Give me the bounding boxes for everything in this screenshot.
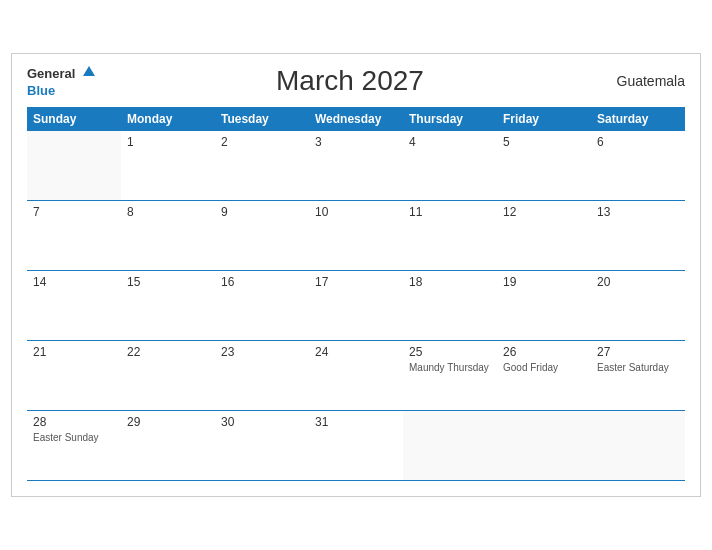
calendar-cell: 11 — [403, 201, 497, 271]
calendar-cell: 22 — [121, 341, 215, 411]
day-number: 10 — [315, 205, 397, 219]
day-number: 27 — [597, 345, 679, 359]
day-number: 2 — [221, 135, 303, 149]
calendar-table: SundayMondayTuesdayWednesdayThursdayFrid… — [27, 107, 685, 482]
calendar-cell: 10 — [309, 201, 403, 271]
event-label: Easter Sunday — [33, 431, 115, 444]
calendar-cell: 1 — [121, 131, 215, 201]
day-number: 17 — [315, 275, 397, 289]
calendar-cell: 13 — [591, 201, 685, 271]
calendar-cell: 24 — [309, 341, 403, 411]
day-number: 14 — [33, 275, 115, 289]
calendar-cell: 26Good Friday — [497, 341, 591, 411]
logo-line1: General — [27, 64, 95, 82]
day-number: 9 — [221, 205, 303, 219]
logo-blue-text: Blue — [27, 83, 55, 98]
logo-triangle-icon — [83, 66, 95, 76]
logo-general-text: General — [27, 66, 75, 81]
weekday-header-tuesday: Tuesday — [215, 107, 309, 131]
calendar-cell: 20 — [591, 271, 685, 341]
day-number: 13 — [597, 205, 679, 219]
weekday-header-monday: Monday — [121, 107, 215, 131]
day-number: 26 — [503, 345, 585, 359]
calendar-cell: 2 — [215, 131, 309, 201]
day-number: 8 — [127, 205, 209, 219]
weekday-header-row: SundayMondayTuesdayWednesdayThursdayFrid… — [27, 107, 685, 131]
calendar-cell: 16 — [215, 271, 309, 341]
day-number: 21 — [33, 345, 115, 359]
calendar-thead: SundayMondayTuesdayWednesdayThursdayFrid… — [27, 107, 685, 131]
calendar-title: March 2027 — [95, 65, 605, 97]
calendar-cell: 9 — [215, 201, 309, 271]
day-number: 25 — [409, 345, 491, 359]
day-number: 23 — [221, 345, 303, 359]
calendar-cell: 17 — [309, 271, 403, 341]
calendar-cell — [591, 411, 685, 481]
day-number: 7 — [33, 205, 115, 219]
calendar-cell: 23 — [215, 341, 309, 411]
day-number: 1 — [127, 135, 209, 149]
day-number: 5 — [503, 135, 585, 149]
calendar-cell — [27, 131, 121, 201]
weekday-header-wednesday: Wednesday — [309, 107, 403, 131]
day-number: 29 — [127, 415, 209, 429]
week-row-4: 2122232425Maundy Thursday26Good Friday27… — [27, 341, 685, 411]
calendar-cell: 31 — [309, 411, 403, 481]
day-number: 19 — [503, 275, 585, 289]
day-number: 31 — [315, 415, 397, 429]
calendar-cell — [403, 411, 497, 481]
day-number: 24 — [315, 345, 397, 359]
event-label: Maundy Thursday — [409, 361, 491, 374]
weekday-header-friday: Friday — [497, 107, 591, 131]
calendar-cell: 12 — [497, 201, 591, 271]
calendar-cell: 19 — [497, 271, 591, 341]
logo: General Blue — [27, 64, 95, 99]
day-number: 3 — [315, 135, 397, 149]
calendar-cell: 21 — [27, 341, 121, 411]
week-row-1: 123456 — [27, 131, 685, 201]
day-number: 12 — [503, 205, 585, 219]
day-number: 20 — [597, 275, 679, 289]
country-label: Guatemala — [605, 73, 685, 89]
calendar-cell: 5 — [497, 131, 591, 201]
day-number: 30 — [221, 415, 303, 429]
week-row-2: 78910111213 — [27, 201, 685, 271]
calendar-cell: 14 — [27, 271, 121, 341]
calendar-cell: 30 — [215, 411, 309, 481]
day-number: 4 — [409, 135, 491, 149]
day-number: 16 — [221, 275, 303, 289]
week-row-5: 28Easter Sunday293031 — [27, 411, 685, 481]
day-number: 15 — [127, 275, 209, 289]
weekday-header-saturday: Saturday — [591, 107, 685, 131]
calendar-cell: 28Easter Sunday — [27, 411, 121, 481]
day-number: 11 — [409, 205, 491, 219]
event-label: Easter Saturday — [597, 361, 679, 374]
calendar-tbody: 1234567891011121314151617181920212223242… — [27, 131, 685, 481]
calendar-cell: 3 — [309, 131, 403, 201]
calendar-cell: 4 — [403, 131, 497, 201]
calendar-cell: 27Easter Saturday — [591, 341, 685, 411]
calendar-cell: 29 — [121, 411, 215, 481]
calendar-cell: 8 — [121, 201, 215, 271]
logo-line2: Blue — [27, 81, 55, 99]
calendar-container: General Blue March 2027 Guatemala Sunday… — [11, 53, 701, 498]
calendar-cell: 25Maundy Thursday — [403, 341, 497, 411]
day-number: 18 — [409, 275, 491, 289]
day-number: 22 — [127, 345, 209, 359]
day-number: 28 — [33, 415, 115, 429]
calendar-cell: 18 — [403, 271, 497, 341]
calendar-header: General Blue March 2027 Guatemala — [27, 64, 685, 99]
calendar-cell: 6 — [591, 131, 685, 201]
calendar-cell: 7 — [27, 201, 121, 271]
weekday-header-thursday: Thursday — [403, 107, 497, 131]
calendar-cell: 15 — [121, 271, 215, 341]
weekday-header-sunday: Sunday — [27, 107, 121, 131]
day-number: 6 — [597, 135, 679, 149]
event-label: Good Friday — [503, 361, 585, 374]
calendar-cell — [497, 411, 591, 481]
week-row-3: 14151617181920 — [27, 271, 685, 341]
